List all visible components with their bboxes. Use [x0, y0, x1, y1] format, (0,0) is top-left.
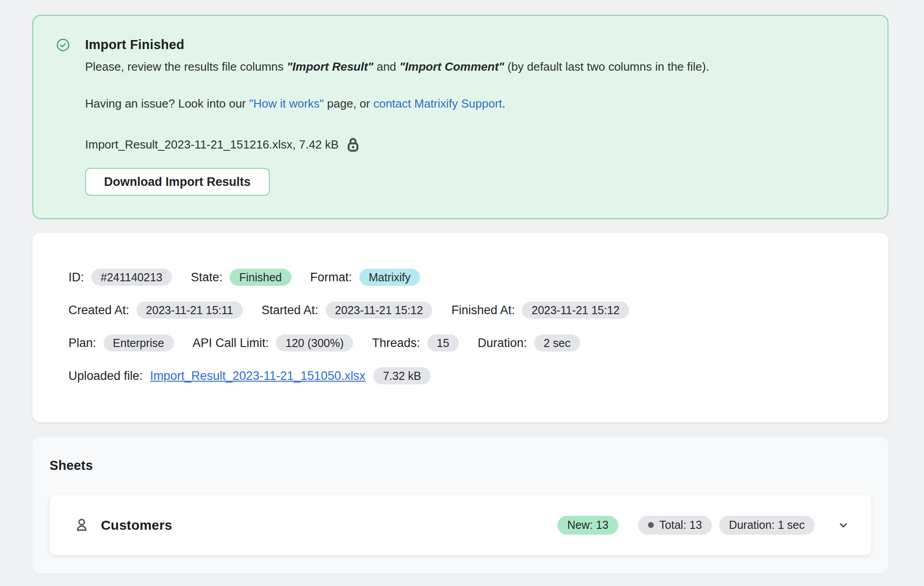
banner-text-segment: (by default last two columns in the file… [504, 60, 709, 73]
format-value-badge: Matrixify [359, 269, 420, 286]
banner-review-text: Please, review the results file columns … [85, 59, 861, 74]
uploaded-file-link[interactable]: Import_Result_2023-11-21_151050.xlsx [150, 369, 365, 383]
detail-row-plan: Plan: Enterprise API Call Limit: 120 (30… [68, 334, 857, 352]
detail-format: Format: Matrixify [310, 269, 420, 286]
banner-text-segment: Please, review the results file columns [85, 60, 287, 73]
format-label: Format: [310, 270, 352, 284]
sheet-row-customers[interactable]: Customers New: 13 Total: 13 Duration: 1 … [50, 495, 871, 555]
started-at-label: Started At: [262, 303, 318, 317]
threads-value-badge: 15 [427, 334, 459, 352]
sheet-duration-badge: Duration: 1 sec [719, 516, 815, 535]
import-result-column-name: "Import Result" [287, 60, 373, 73]
api-call-limit-value-badge: 120 (300%) [276, 334, 353, 352]
id-label: ID: [68, 270, 84, 284]
download-import-results-button[interactable]: Download Import Results [85, 168, 270, 196]
detail-id: ID: #241140213 [68, 269, 172, 286]
chevron-down-icon[interactable] [836, 518, 851, 532]
plan-value-badge: Enterprise [104, 334, 174, 352]
how-it-works-link[interactable]: "How it works" [249, 97, 324, 110]
result-file-name: Import_Result_2023-11-21_151216.xlsx, 7.… [85, 138, 339, 152]
total-count-badge: Total: 13 [638, 516, 712, 535]
import-comment-column-name: "Import Comment" [399, 60, 504, 73]
finished-at-value-badge: 2023-11-21 15:12 [522, 302, 629, 319]
banner-help-text: Having an issue? Look into our "How it w… [85, 96, 861, 111]
detail-plan: Plan: Enterprise [68, 334, 174, 352]
detail-row-identity: ID: #241140213 State: Finished Format: M… [68, 269, 857, 286]
uploaded-file-label: Uploaded file: [68, 369, 143, 383]
detail-uploaded-file: Uploaded file: Import_Result_2023-11-21_… [68, 367, 430, 384]
detail-state: State: Finished [191, 269, 291, 286]
detail-row-timestamps: Created At: 2023-11-21 15:11 Started At:… [68, 302, 857, 319]
banner-text-segment: Having an issue? Look into our [85, 97, 249, 110]
new-count-badge: New: 13 [557, 516, 619, 535]
banner-text-segment: and [373, 60, 399, 73]
plan-label: Plan: [68, 336, 96, 350]
check-circle-icon [56, 38, 70, 52]
detail-row-uploaded-file: Uploaded file: Import_Result_2023-11-21_… [68, 367, 857, 384]
api-call-limit-label: API Call Limit: [193, 336, 269, 350]
sheet-badges: New: 13 Total: 13 Duration: 1 sec [557, 516, 851, 535]
sheets-title: Sheets [50, 457, 871, 473]
id-value-badge: #241140213 [91, 269, 172, 286]
result-file-row: Import_Result_2023-11-21_151216.xlsx, 7.… [85, 136, 861, 153]
uploaded-file-size-badge: 7.32 kB [373, 367, 430, 384]
sheets-section: Sheets Customers New: 13 Total: 13 Durat… [32, 437, 888, 573]
contact-support-link[interactable]: contact Matrixify Support [373, 97, 502, 110]
sheet-name: Customers [101, 518, 172, 533]
state-value-badge: Finished [230, 269, 291, 286]
detail-threads: Threads: 15 [372, 334, 458, 352]
lock-icon [345, 136, 361, 153]
finished-at-label: Finished At: [451, 303, 515, 317]
duration-label: Duration: [478, 336, 527, 350]
detail-created-at: Created At: 2023-11-21 15:11 [68, 302, 243, 319]
banner-text-segment: . [502, 97, 505, 110]
duration-value-badge: 2 sec [534, 334, 580, 352]
created-at-value-badge: 2023-11-21 15:11 [136, 302, 243, 319]
total-count-text: Total: 13 [659, 518, 702, 532]
banner-text-segment: page, or [324, 97, 373, 110]
threads-label: Threads: [372, 336, 420, 350]
created-at-label: Created At: [68, 303, 129, 317]
detail-duration: Duration: 2 sec [478, 334, 580, 352]
import-finished-banner: Import Finished Please, review the resul… [32, 15, 888, 219]
detail-finished-at: Finished At: 2023-11-21 15:12 [451, 302, 629, 319]
status-dot-icon [648, 522, 654, 528]
banner-title: Import Finished [85, 36, 861, 54]
state-label: State: [191, 270, 223, 284]
person-icon [73, 517, 90, 533]
import-details-card: ID: #241140213 State: Finished Format: M… [32, 233, 888, 422]
sheet-row-left: Customers [73, 517, 172, 533]
detail-started-at: Started At: 2023-11-21 15:12 [262, 302, 433, 319]
detail-api-call-limit: API Call Limit: 120 (300%) [193, 334, 353, 352]
started-at-value-badge: 2023-11-21 15:12 [326, 302, 433, 319]
